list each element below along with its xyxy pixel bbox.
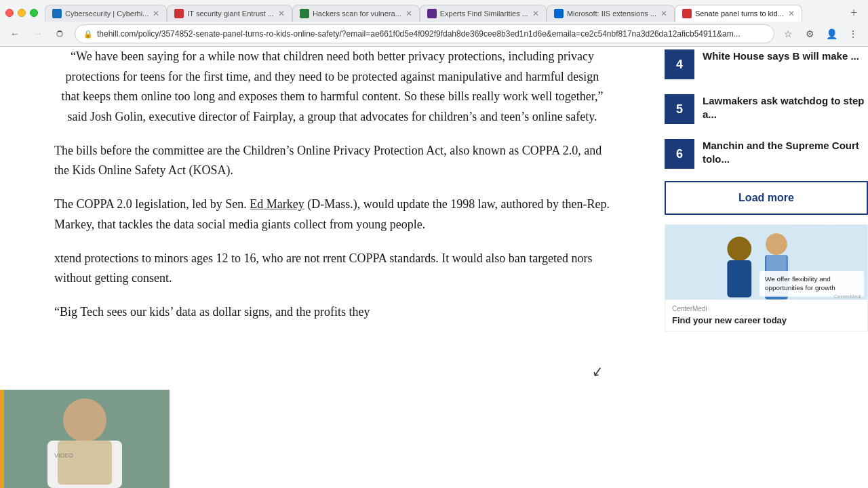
ad-logo: CenterMedi [672,305,861,312]
window-controls [5,9,38,17]
svg-rect-14 [58,441,112,485]
lock-icon: 🔒 [83,30,93,39]
browser-tab-hackers[interactable]: Hackers scan for vulnera...✕ [292,5,420,22]
browser-tab-it-security[interactable]: IT security giant Entrust ...✕ [167,5,292,22]
svg-point-3 [766,233,787,255]
ad-illustration: We offer flexibility and opportunities f… [665,225,867,300]
browser-tab-experts[interactable]: Experts Find Similarities ...✕ [420,5,547,22]
sidebar-item-5[interactable]: 5Lawmakers ask watchdog to step a... [665,92,868,127]
browser-tab-senate[interactable]: Senate panel turns to kid...✕ [675,5,802,22]
tab-label-it-security: IT security giant Entrust ... [187,9,274,18]
loading-spinner [56,30,63,37]
floating-video-player[interactable]: VIDEO [0,390,170,488]
tab-close-microsoft[interactable]: ✕ [660,9,667,18]
tab-close-cybersecurity[interactable]: ✕ [153,9,159,18]
svg-text:CenterMedi: CenterMedi [833,293,861,300]
article-quote: “We have been saying for a while now tha… [54,47,610,127]
svg-text:opportunities for growth: opportunities for growth [765,284,835,291]
svg-text:VIDEO: VIDEO [54,452,73,459]
new-tab-button[interactable]: + [845,4,863,22]
svg-rect-2 [727,260,751,298]
video-content: VIDEO [0,390,170,488]
tab-label-cybersecurity: Cybersecurity | Cyberhi... [65,9,149,18]
article-paragraph-1: The bills before the committee are the C… [54,141,610,181]
tab-favicon-it-security [174,9,184,18]
tab-favicon-hackers [300,9,309,18]
ad-image: We offer flexibility and opportunities f… [665,225,867,300]
sidebar-items-list: 4White House says B will make ...5Lawmak… [665,47,868,171]
article-paragraph-4: “Big Tech sees our kids’ data as dollar … [54,302,610,323]
tab-close-experts[interactable]: ✕ [532,9,539,18]
ad-text-section: CenterMedi Find your new career today [665,300,867,331]
back-button[interactable]: ← [5,24,24,43]
close-window-button[interactable] [5,9,14,17]
sidebar-number-badge-6: 6 [665,139,694,169]
right-sidebar: 4White House says B will make ...5Lawmak… [658,47,868,483]
article-text: “We have been saying for a while now tha… [54,47,610,323]
advertisement-block: We offer flexibility and opportunities f… [665,224,868,331]
article-paragraph-3: xtend protections to minors ages 12 to 1… [54,249,610,289]
article-paragraph-2: The COPPA 2.0 legislation, led by Sen. E… [54,195,610,235]
tab-label-hackers: Hackers scan for vulnera... [313,9,401,18]
video-border-accent [0,390,4,488]
forward-button[interactable]: → [28,24,47,43]
browser-title-bar: Cybersecurity | Cyberhi...✕IT security g… [0,0,868,22]
refresh-button[interactable] [52,24,71,43]
toolbar-icons: ☆ ⚙ 👤 ⋮ [778,24,863,43]
address-bar[interactable]: 🔒 thehill.com/policy/3574852-senate-pane… [75,24,774,43]
tab-label-experts: Experts Find Similarities ... [440,9,528,18]
sidebar-item-text-5: Lawmakers ask watchdog to step a... [703,94,868,122]
video-thumbnail: VIDEO [0,390,170,488]
sidebar-number-badge-4: 4 [665,49,694,79]
load-more-button[interactable]: Load more [665,181,868,215]
browser-chrome: Cybersecurity | Cyberhi...✕IT security g… [0,0,868,47]
svg-point-1 [727,237,751,261]
tabs-row: Cybersecurity | Cyberhi...✕IT security g… [45,5,842,22]
browser-tab-microsoft[interactable]: Microsoft: IIS extensions ...✕ [547,5,675,22]
tab-favicon-senate [682,9,692,18]
tab-close-it-security[interactable]: ✕ [278,9,285,18]
maximize-window-button[interactable] [30,9,38,17]
tab-close-senate[interactable]: ✕ [788,9,795,18]
tab-favicon-microsoft [554,9,564,18]
svg-point-12 [63,399,106,442]
sidebar-item-4[interactable]: 4White House says B will make ... [665,47,868,82]
browser-toolbar: ← → 🔒 thehill.com/policy/3574852-senate-… [0,22,868,46]
svg-text:We offer flexibility and: We offer flexibility and [765,275,831,283]
tab-favicon-cybersecurity [52,9,62,18]
tab-close-hackers[interactable]: ✕ [406,9,412,18]
extensions-icon[interactable]: ⚙ [800,24,819,43]
ad-tagline: Find your new career today [672,315,861,325]
tab-favicon-experts [427,9,437,18]
profile-icon[interactable]: 👤 [822,24,841,43]
paragraph2-text-before: The COPPA 2.0 legislation, led by Sen. [54,197,250,211]
minimize-window-button[interactable] [18,9,26,17]
sidebar-item-6[interactable]: 6Manchin and the Supreme Court tolo... [665,136,868,171]
url-text: thehill.com/policy/3574852-senate-panel-… [97,29,766,39]
menu-icon[interactable]: ⋮ [844,24,863,43]
tab-label-senate: Senate panel turns to kid... [695,9,784,18]
sidebar-number-badge-5: 5 [665,94,694,124]
sidebar-item-text-6: Manchin and the Supreme Court tolo... [703,139,868,167]
sidebar-item-text-4: White House says B will make ... [703,49,868,63]
ed-markey-link[interactable]: Ed Markey [250,197,304,211]
tab-label-microsoft: Microsoft: IIS extensions ... [567,9,656,18]
bookmark-icon[interactable]: ☆ [778,24,797,43]
browser-tab-cybersecurity[interactable]: Cybersecurity | Cyberhi...✕ [45,5,167,22]
